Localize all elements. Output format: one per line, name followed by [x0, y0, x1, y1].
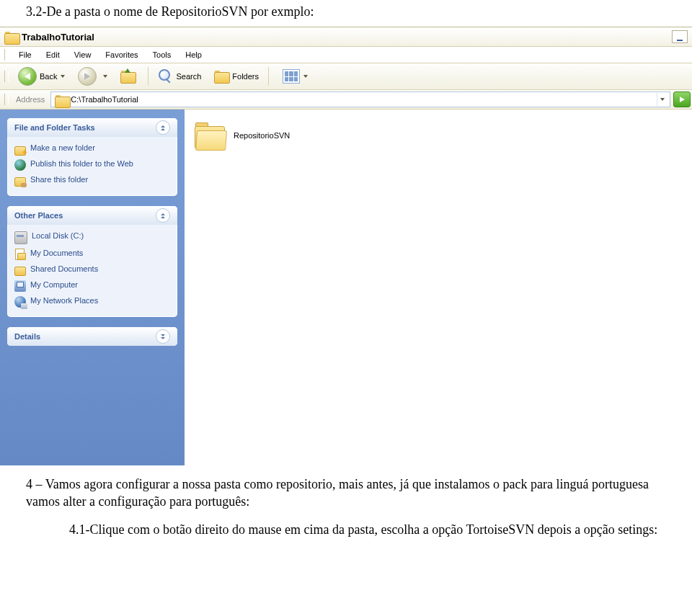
menu-tools[interactable]: Tools	[146, 49, 179, 61]
task-label: Make a new folder	[30, 143, 95, 153]
panel-file-tasks-title: File and Folder Tasks	[14, 123, 95, 132]
forward-button[interactable]	[72, 66, 113, 87]
toolbar: Back Search Folders	[0, 63, 692, 90]
go-button[interactable]	[673, 91, 691, 107]
disk-icon	[14, 231, 27, 244]
folders-button[interactable]: Folders	[208, 68, 265, 84]
address-dropdown[interactable]	[657, 93, 667, 106]
collapse-icon	[156, 120, 170, 135]
go-arrow-icon	[680, 97, 685, 102]
window-folder-icon	[4, 31, 17, 43]
search-label: Search	[176, 72, 201, 81]
toolbar-separator	[148, 67, 148, 86]
forward-arrow-icon	[78, 67, 97, 86]
place-label: My Documents	[30, 249, 83, 259]
new-folder-icon: ✦	[14, 143, 26, 155]
computer-icon	[14, 280, 26, 292]
menubar: File Edit View Favorites Tools Help	[0, 47, 692, 63]
folder-name: RepositorioSVN	[234, 131, 290, 140]
menu-edit[interactable]: Edit	[39, 49, 67, 61]
task-publish[interactable]: Publish this folder to the Web	[14, 157, 170, 173]
address-grip-icon	[4, 94, 9, 105]
up-button[interactable]	[115, 68, 144, 84]
place-label: Local Disk (C:)	[32, 231, 84, 241]
address-folder-icon	[55, 94, 66, 104]
back-button[interactable]: Back	[12, 66, 71, 87]
window-title: TrabalhoTutorial	[22, 32, 94, 43]
place-network-places[interactable]: My Network Places	[14, 294, 170, 310]
panel-details-header[interactable]: Details	[7, 327, 177, 346]
toolbar-grip-icon	[4, 71, 9, 82]
panel-details: Details	[7, 327, 177, 346]
network-icon	[14, 296, 26, 308]
place-local-disk[interactable]: Local Disk (C:)	[14, 229, 170, 246]
place-my-documents[interactable]: My Documents	[14, 246, 170, 262]
address-bar: Address	[0, 90, 692, 110]
back-arrow-icon	[18, 67, 37, 86]
task-label: Share this folder	[30, 175, 88, 185]
task-label: Publish this folder to the Web	[30, 159, 133, 169]
task-share[interactable]: Share this folder	[14, 173, 170, 189]
panel-file-tasks: File and Folder Tasks ✦ Make a new folde…	[7, 118, 177, 196]
place-label: My Computer	[30, 280, 78, 290]
titlebar: TrabalhoTutorial	[0, 27, 692, 47]
share-icon	[14, 175, 26, 187]
folder-item-repositoriosvn[interactable]: RepositorioSVN	[192, 120, 324, 151]
doc-para-2: 4.1-Clique com o botão direito do mause …	[69, 521, 666, 538]
toolbar-separator	[268, 67, 269, 86]
explorer-window: TrabalhoTutorial File Edit View Favorite…	[0, 27, 692, 465]
minimize-button[interactable]	[672, 30, 688, 43]
menu-help[interactable]: Help	[178, 49, 209, 61]
search-button[interactable]: Search	[152, 67, 207, 86]
panel-other-places-title: Other Places	[14, 211, 63, 220]
doc-post-text: 4 – Vamos agora configurar a nossa pasta…	[0, 476, 692, 538]
views-dropdown-icon	[303, 75, 308, 78]
folder-icon	[193, 121, 226, 150]
task-pane: File and Folder Tasks ✦ Make a new folde…	[0, 110, 185, 465]
panel-other-places: Other Places Local Disk (C:) My Document…	[7, 206, 177, 317]
menu-file[interactable]: File	[12, 49, 39, 61]
place-label: My Network Places	[30, 296, 98, 306]
documents-icon	[14, 249, 26, 260]
doc-para-1: 4 – Vamos agora configurar a nossa pasta…	[26, 476, 666, 511]
forward-dropdown-icon	[103, 75, 107, 78]
address-label: Address	[12, 95, 50, 104]
collapse-icon	[156, 208, 170, 223]
doc-caption: 3.2-De a pasta o nome de RepositorioSVN …	[0, 0, 692, 27]
views-icon	[283, 69, 300, 84]
menu-favorites[interactable]: Favorites	[98, 49, 145, 61]
folders-icon	[214, 70, 230, 83]
task-make-folder[interactable]: ✦ Make a new folder	[14, 141, 170, 157]
search-icon	[158, 68, 174, 84]
address-field[interactable]	[50, 91, 670, 107]
place-shared-documents[interactable]: Shared Documents	[14, 262, 170, 278]
up-folder-icon	[120, 70, 136, 83]
panel-other-places-header[interactable]: Other Places	[7, 206, 177, 225]
content-pane[interactable]: RepositorioSVN	[185, 110, 692, 465]
panel-details-title: Details	[14, 332, 40, 341]
address-input[interactable]	[68, 95, 657, 104]
publish-icon	[14, 159, 26, 171]
folders-label: Folders	[232, 72, 259, 81]
place-label: Shared Documents	[30, 264, 98, 274]
panel-file-tasks-header[interactable]: File and Folder Tasks	[7, 118, 177, 137]
place-my-computer[interactable]: My Computer	[14, 278, 170, 294]
explorer-body: File and Folder Tasks ✦ Make a new folde…	[0, 110, 692, 465]
views-button[interactable]	[272, 68, 314, 85]
menu-view[interactable]: View	[67, 49, 99, 61]
expand-icon	[156, 329, 170, 344]
shared-folder-icon	[14, 264, 26, 276]
menu-grip-icon	[4, 49, 9, 61]
back-dropdown-icon	[61, 75, 65, 78]
back-label: Back	[40, 72, 57, 81]
